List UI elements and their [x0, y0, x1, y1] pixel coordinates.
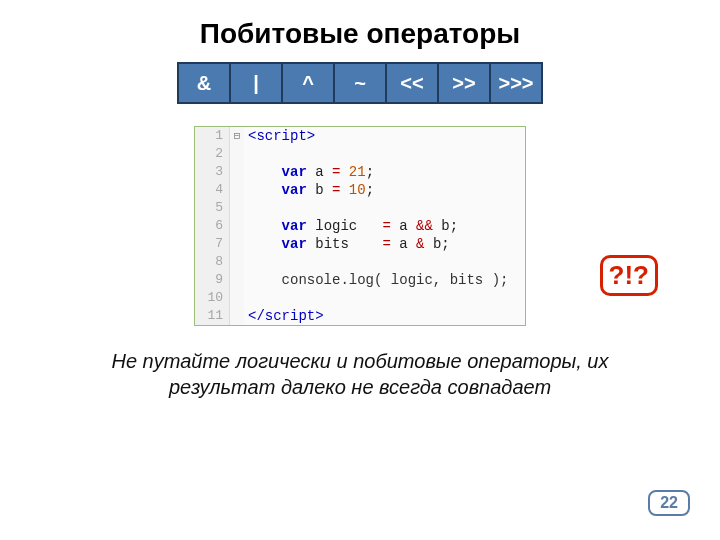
operator-table: &|^~<<>>>>>: [177, 62, 543, 104]
operator-cell: <<: [386, 63, 438, 103]
line-number: 10: [195, 289, 230, 307]
question-callout: ?!?: [600, 255, 658, 296]
code-text: [244, 199, 256, 217]
code-line: 1⊟<script>: [195, 127, 525, 145]
line-number: 3: [195, 163, 230, 181]
operator-cell: &: [178, 63, 230, 103]
code-text: var logic = a && b;: [244, 217, 458, 235]
fold-marker: [230, 199, 244, 217]
operator-cell: >>: [438, 63, 490, 103]
code-text: <script>: [244, 127, 315, 145]
operator-cell: ~: [334, 63, 386, 103]
fold-marker: [230, 145, 244, 163]
line-number: 7: [195, 235, 230, 253]
code-text: [244, 289, 256, 307]
code-line: 4 var b = 10;: [195, 181, 525, 199]
code-text: </script>: [244, 307, 324, 325]
line-number: 5: [195, 199, 230, 217]
code-line: 10: [195, 289, 525, 307]
line-number: 9: [195, 271, 230, 289]
page-number: 22: [648, 490, 690, 516]
code-text: console.log( logic, bits );: [244, 271, 508, 289]
fold-marker: [230, 271, 244, 289]
code-line: 6 var logic = a && b;: [195, 217, 525, 235]
code-line: 8: [195, 253, 525, 271]
operator-cell: >>>: [490, 63, 542, 103]
code-line: 3 var a = 21;: [195, 163, 525, 181]
code-text: [244, 253, 256, 271]
code-line: 9 console.log( logic, bits );: [195, 271, 525, 289]
line-number: 2: [195, 145, 230, 163]
code-line: 5: [195, 199, 525, 217]
fold-marker: [230, 235, 244, 253]
line-number: 11: [195, 307, 230, 325]
fold-marker: ⊟: [230, 127, 244, 145]
fold-marker: [230, 307, 244, 325]
operator-cell: |: [230, 63, 282, 103]
fold-marker: [230, 181, 244, 199]
fold-marker: [230, 163, 244, 181]
line-number: 8: [195, 253, 230, 271]
fold-marker: [230, 217, 244, 235]
code-block: 1⊟<script>2 3 var a = 21;4 var b = 10;5 …: [194, 126, 526, 326]
fold-marker: [230, 289, 244, 307]
fold-marker: [230, 253, 244, 271]
note-text: Не путайте логически и побитовые операто…: [70, 348, 650, 400]
code-line: 11</script>: [195, 307, 525, 325]
code-line: 2: [195, 145, 525, 163]
operator-cell: ^: [282, 63, 334, 103]
code-text: [244, 145, 256, 163]
line-number: 4: [195, 181, 230, 199]
line-number: 6: [195, 217, 230, 235]
page-title: Побитовые операторы: [0, 18, 720, 50]
code-text: var bits = a & b;: [244, 235, 450, 253]
code-text: var b = 10;: [244, 181, 374, 199]
code-line: 7 var bits = a & b;: [195, 235, 525, 253]
line-number: 1: [195, 127, 230, 145]
code-text: var a = 21;: [244, 163, 374, 181]
